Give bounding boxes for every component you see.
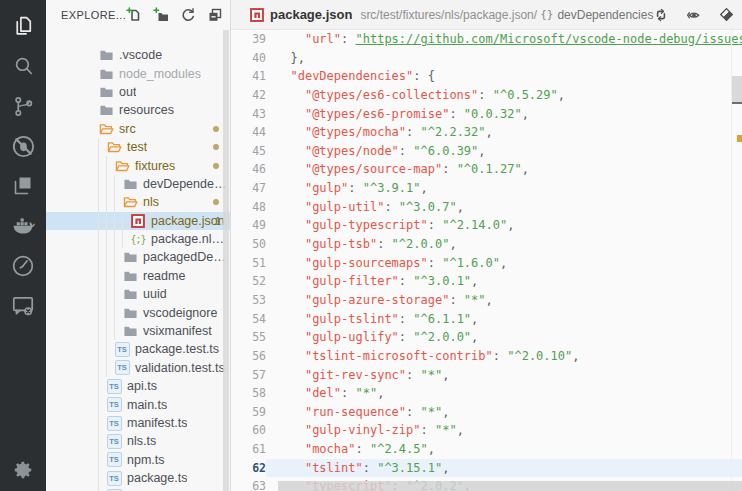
line-content: "gulp-uglify": "^2.0.0", [266, 328, 742, 347]
tree-item-label: fixtures [135, 159, 175, 173]
code-line-41[interactable]: 41 "devDependencies": { [231, 67, 742, 86]
tree-item-vscodeignore[interactable]: vscodeignore [46, 303, 230, 321]
line-content: "gulp-typescript": "^2.14.0", [266, 216, 742, 235]
code-line-60[interactable]: 60 "gulp-vinyl-zip": "*", [231, 421, 742, 440]
folder-icon [98, 48, 114, 63]
tree-item-manifest.ts[interactable]: TSmanifest.ts [46, 414, 230, 432]
tree-item-main.ts[interactable]: TSmain.ts [46, 395, 230, 413]
tree-item-nls.ts[interactable]: TSnls.ts [46, 432, 230, 450]
code-line-50[interactable]: 50 "gulp-tsb": "^2.0.0", [231, 235, 742, 254]
tree-item-label: vscodeignore [143, 306, 217, 320]
tree-item-package.test.ts[interactable]: TSpackage.test.ts [46, 340, 230, 358]
code-line-59[interactable]: 59 "run-sequence": "*", [231, 403, 742, 422]
indent-guide [106, 156, 114, 174]
activity-item-debug-disabled[interactable] [10, 126, 37, 166]
activity-bar-items [10, 6, 37, 326]
code-line-43[interactable]: 43 "@types/es6-promise": "0.0.32", [231, 105, 742, 124]
modified-dot [213, 144, 219, 150]
code-line-39[interactable]: 39 "url": "https://github.com/Microsoft/… [231, 30, 742, 49]
code-line-52[interactable]: 52 "gulp-filter": "^3.0.1", [231, 272, 742, 291]
indent-guide [114, 303, 122, 321]
preview-icon[interactable] [686, 7, 702, 23]
new-file-icon[interactable] [126, 7, 142, 23]
activity-item-screen-remote[interactable] [10, 286, 37, 326]
tree-item-vsixmanifest[interactable]: vsixmanifest [46, 322, 230, 340]
typescript-file-icon: TS [106, 397, 122, 412]
activity-item-search[interactable] [10, 46, 37, 86]
tree-item-publicgalleryapi.ts[interactable]: TSpublicgalleryapi.ts [46, 487, 230, 491]
tree-item-readme[interactable]: readme [46, 267, 230, 285]
tree-item-fixtures[interactable]: fixtures [46, 156, 230, 174]
code-line-55[interactable]: 55 "gulp-uglify": "^2.0.0", [231, 328, 742, 347]
tree-item-nls[interactable]: nls [46, 193, 230, 211]
code-line-47[interactable]: 47 "gulp": "^3.9.1", [231, 179, 742, 198]
tree-item-package.nls.json[interactable]: {;}package.nls.json [46, 230, 230, 248]
code-line-46[interactable]: 46 "@types/source-map": "^0.1.27", [231, 160, 742, 179]
refresh-icon[interactable] [180, 7, 196, 23]
code-line-40[interactable]: 40 }, [231, 49, 742, 68]
settings-gear-icon[interactable] [0, 459, 46, 481]
activity-item-docker[interactable] [10, 206, 37, 246]
tree-item-uuid[interactable]: uuid [46, 285, 230, 303]
code-editor[interactable]: 39 "url": "https://github.com/Microsoft/… [231, 30, 742, 491]
tree-item-devDependencies[interactable]: devDependencies [46, 175, 230, 193]
compare-icon[interactable] [719, 7, 734, 22]
tree-item-label: src [119, 122, 136, 136]
modified-dot [213, 126, 219, 132]
line-content: "gulp-azure-storage": "*", [266, 291, 742, 310]
search-icon [11, 54, 36, 79]
new-folder-icon[interactable] [153, 7, 169, 23]
code-line-53[interactable]: 53 "gulp-azure-storage": "*", [231, 291, 742, 310]
tree-item-validation.test.ts[interactable]: TSvalidation.test.ts [46, 359, 230, 377]
code-line-56[interactable]: 56 "tslint-microsoft-contrib": "^2.0.10"… [231, 347, 742, 366]
activity-item-extensions[interactable] [10, 166, 37, 206]
folder-icon [98, 84, 114, 99]
tab-symbol: {} devDependencies [540, 8, 653, 22]
indent-guide [98, 303, 106, 321]
activity-item-clock[interactable] [10, 246, 37, 286]
tree-item-package.ts[interactable]: TSpackage.ts [46, 469, 230, 487]
tree-item-package.json[interactable]: package.json1 [46, 212, 230, 230]
code-line-48[interactable]: 48 "gulp-util": "^3.0.7", [231, 198, 742, 217]
tree-item-node_modules[interactable]: node_modules [46, 64, 230, 82]
tree-item-test[interactable]: test [46, 138, 230, 156]
code-line-58[interactable]: 58 "del": "*", [231, 384, 742, 403]
line-content: "gulp-vinyl-zip": "*", [266, 421, 742, 440]
code-line-44[interactable]: 44 "@types/mocha": "^2.2.32", [231, 123, 742, 142]
tree-item-label: .vscode [119, 48, 162, 62]
indent-guide [114, 322, 122, 340]
tree-item-src[interactable]: src [46, 120, 230, 138]
typescript-file-icon: TS [106, 434, 122, 449]
tab-filename[interactable]: package.json [270, 7, 352, 22]
code-line-62[interactable]: 62 "tslint": "^3.15.1", [231, 459, 742, 478]
tree-item-.vscode[interactable]: .vscode [46, 46, 230, 64]
indent-guide [106, 340, 114, 358]
vertical-scrollbar-thumb[interactable] [732, 76, 742, 104]
tree-item-label: npm.ts [127, 453, 165, 467]
collapse-all-icon[interactable] [207, 7, 223, 23]
sidebar-scrollbar[interactable] [223, 30, 229, 491]
horizontal-scrollbar-thumb[interactable] [278, 481, 742, 491]
line-number: 50 [231, 235, 266, 254]
tree-item-packagedDependencies[interactable]: packagedDependencies [46, 248, 230, 266]
activity-item-source-control[interactable] [10, 86, 37, 126]
activity-item-explorer[interactable] [10, 6, 37, 46]
tree-item-api.ts[interactable]: TSapi.ts [46, 377, 230, 395]
tree-item-label: package.test.ts [135, 342, 219, 356]
line-number: 56 [231, 347, 266, 366]
tree-item-out[interactable]: out [46, 83, 230, 101]
folder-icon [122, 287, 138, 302]
tree-item-npm.ts[interactable]: TSnpm.ts [46, 451, 230, 469]
code-line-45[interactable]: 45 "@types/node": "^6.0.39", [231, 142, 742, 161]
problems-badge: 1 [215, 215, 221, 227]
code-line-42[interactable]: 42 "@types/es6-collections": "^0.5.29", [231, 86, 742, 105]
tree-item-resources[interactable]: resources [46, 101, 230, 119]
code-line-61[interactable]: 61 "mocha": "^2.4.5", [231, 440, 742, 459]
open-changes-icon[interactable] [653, 7, 669, 23]
code-line-51[interactable]: 51 "gulp-sourcemaps": "^1.6.0", [231, 254, 742, 273]
code-line-49[interactable]: 49 "gulp-typescript": "^2.14.0", [231, 216, 742, 235]
code-line-54[interactable]: 54 "gulp-tslint": "^6.1.1", [231, 310, 742, 329]
line-content: "gulp-tsb": "^2.0.0", [266, 235, 742, 254]
indent-guide [106, 193, 114, 211]
code-line-57[interactable]: 57 "git-rev-sync": "*", [231, 366, 742, 385]
